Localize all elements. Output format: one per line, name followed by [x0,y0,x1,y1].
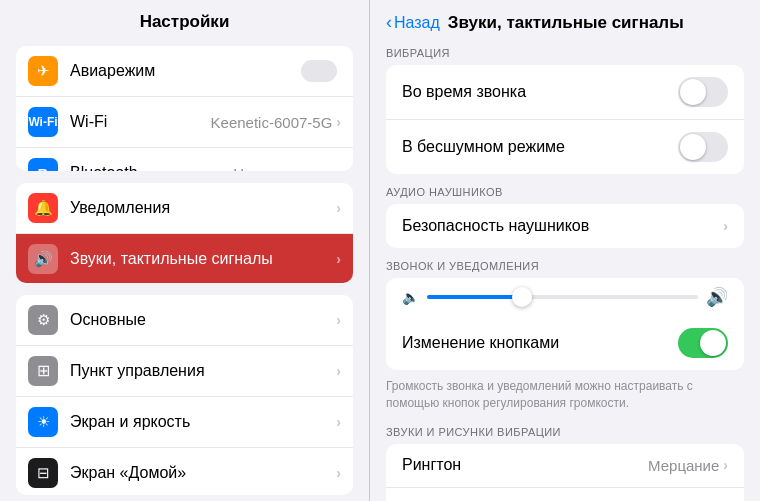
back-chevron-icon: ‹ [386,12,392,33]
sounds-group: Рингтон Мерцание › Звук сообщения Нота ›… [386,444,744,501]
airplane-label: Авиарежим [70,62,301,80]
sidebar-item-home[interactable]: ⊟ Экран «Домой» › [16,448,353,495]
general-chevron: › [336,312,341,328]
volume-thumb[interactable] [512,287,532,307]
ringtone-section-label: ЗВОНОК И УВЕДОМЛЕНИЯ [370,254,760,276]
ring-vibration-label: Во время звонка [402,83,678,101]
sidebar-item-general[interactable]: ⚙ Основные › [16,295,353,346]
headphone-safety-row[interactable]: Безопасность наушников › [386,204,744,248]
headphone-safety-label: Безопасность наушников [402,217,723,235]
sidebar-item-airplane[interactable]: ✈ Авиарежим [16,46,353,97]
vibration-section-label: ВИБРАЦИЯ [370,41,760,63]
ringtone-volume-group: 🔈 🔊 Изменение кнопками [386,278,744,370]
headphone-safety-chevron: › [723,218,728,234]
ringtone-label: Рингтон [402,456,648,474]
headphones-group: Безопасность наушников › [386,204,744,248]
right-panel: ‹ Назад Звуки, тактильные сигналы ВИБРАЦ… [370,0,760,501]
back-button[interactable]: ‹ Назад [386,12,440,33]
volume-row: 🔈 🔊 [386,278,744,316]
vibration-group: Во время звонка В бесшумном режиме [386,65,744,174]
display-label: Экран и яркость [70,413,336,431]
sidebar-item-display[interactable]: ☀ Экран и яркость › [16,397,353,448]
back-label: Назад [394,14,440,32]
sidebar-item-control[interactable]: ⊞ Пункт управления › [16,346,353,397]
bluetooth-chevron: › [336,165,341,171]
notifications-icon: 🔔 [28,193,58,223]
ring-vibration-toggle[interactable] [678,77,728,107]
wifi-icon: Wi-Fi [28,107,58,137]
airplane-toggle[interactable] [301,60,337,82]
volume-high-icon: 🔊 [706,286,728,308]
ringtone-row[interactable]: Рингтон Мерцание › [386,444,744,488]
silent-vibration-label: В бесшумном режиме [402,138,678,156]
headphones-section-label: АУДИО НАУШНИКОВ [370,180,760,202]
wifi-chevron: › [336,114,341,130]
silent-vibration-row[interactable]: В бесшумном режиме [386,120,744,174]
sounds-icon: 🔊 [28,244,58,274]
home-chevron: › [336,465,341,481]
left-panel: Настройки ✈ Авиарежим Wi-Fi Wi-Fi Keenet… [0,0,370,501]
ringtone-chevron: › [723,457,728,473]
group-notifications: 🔔 Уведомления › 🔊 Звуки, тактильные сигн… [16,183,353,283]
sidebar-item-notifications[interactable]: 🔔 Уведомления › [16,183,353,234]
group-connectivity: ✈ Авиарежим Wi-Fi Wi-Fi Keenetic-6007-5G… [16,46,353,171]
right-title: Звуки, тактильные сигналы [448,13,744,33]
message-sound-row[interactable]: Звук сообщения Нота › [386,488,744,501]
ring-vibration-row[interactable]: Во время звонка [386,65,744,120]
volume-track[interactable] [427,295,698,299]
settings-title: Настройки [0,0,369,40]
home-label: Экран «Домой» [70,464,336,482]
home-icon: ⊟ [28,458,58,488]
display-icon: ☀ [28,407,58,437]
general-label: Основные [70,311,336,329]
display-chevron: › [336,414,341,430]
change-by-buttons-row[interactable]: Изменение кнопками [386,316,744,370]
sidebar-item-wifi[interactable]: Wi-Fi Wi-Fi Keenetic-6007-5G › [16,97,353,148]
control-label: Пункт управления [70,362,336,380]
sounds-chevron: › [336,251,341,267]
sounds-section-label: ЗВУКИ И РИСУНКИ ВИБРАЦИИ [370,420,760,442]
control-icon: ⊞ [28,356,58,386]
sounds-label: Звуки, тактильные сигналы [70,250,336,268]
general-icon: ⚙ [28,305,58,335]
notifications-label: Уведомления [70,199,336,217]
volume-fill [427,295,522,299]
bluetooth-value: Не подключен [233,165,332,171]
change-by-buttons-toggle[interactable] [678,328,728,358]
group-system: ⚙ Основные › ⊞ Пункт управления › ☀ Экра… [16,295,353,495]
notifications-chevron: › [336,200,341,216]
right-header: ‹ Назад Звуки, тактильные сигналы [370,0,760,41]
silent-vibration-toggle[interactable] [678,132,728,162]
change-by-buttons-label: Изменение кнопками [402,334,678,352]
bluetooth-label: Bluetooth [70,164,233,171]
wifi-label: Wi-Fi [70,113,211,131]
sidebar-item-sounds[interactable]: 🔊 Звуки, тактильные сигналы › [16,234,353,283]
wifi-value: Keenetic-6007-5G [211,114,333,131]
sidebar-item-bluetooth[interactable]: B Bluetooth Не подключен › [16,148,353,171]
volume-low-icon: 🔈 [402,289,419,305]
ringtone-value: Мерцание [648,457,719,474]
volume-helper-text: Громкость звонка и уведомлений можно нас… [370,376,760,420]
bluetooth-icon: B [28,158,58,171]
control-chevron: › [336,363,341,379]
airplane-icon: ✈ [28,56,58,86]
